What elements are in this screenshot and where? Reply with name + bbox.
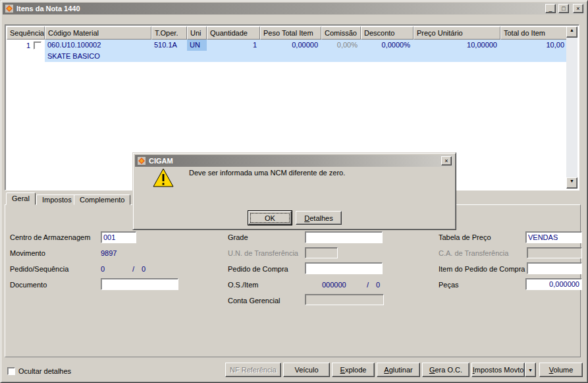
centro-armazenagem-input[interactable] [101, 231, 136, 243]
item-pedido-compra-input[interactable] [527, 262, 582, 274]
un-transferencia-field [305, 247, 338, 258]
cell-uni: UN [187, 40, 207, 51]
impostos-movto-button[interactable]: Impostos Movto [471, 363, 525, 377]
pecas-input[interactable] [525, 278, 582, 290]
pedido-sequencia-label: Pedido/Sequência [10, 265, 68, 273]
dialog-close-button[interactable]: × [441, 156, 452, 165]
os-seq-value: 0 [376, 281, 380, 289]
pedido-value: 0 [101, 265, 105, 273]
cell-comissao: 0,00% [321, 40, 361, 51]
conta-gerencial-label: Conta Gerencial [228, 297, 281, 305]
cell-total-do-item: 10,00 [500, 40, 566, 51]
scrollbar-down-icon[interactable]: ▼ [566, 177, 577, 189]
cigam-warning-dialog: CIGAM × Deve ser informada uma NCM difer… [132, 152, 456, 230]
movimento-value: 9897 [101, 249, 117, 257]
column-header-quantidade[interactable]: Quantidade [207, 26, 260, 40]
column-header-peso-total-item[interactable]: Peso Total Item [260, 26, 321, 40]
cell-desconto: 0,0000% [361, 40, 414, 51]
impostos-movto-dropdown-icon[interactable]: ▼ [525, 363, 536, 377]
cell-preco-unitario: 10,00000 [414, 40, 500, 51]
column-header-uni[interactable]: Uni [187, 26, 207, 40]
tab-complemento[interactable]: Complemento [74, 194, 130, 205]
documento-input[interactable] [101, 278, 178, 290]
row-select-checkbox[interactable] [34, 42, 41, 49]
explode-button[interactable]: Explode [332, 363, 375, 377]
minimize-button[interactable]: _ [545, 4, 556, 13]
un-transferencia-label: U.N. de Transferência [228, 249, 298, 257]
window-title: Itens da Nota 1440 [16, 5, 543, 13]
veiculo-button[interactable]: Veículo [283, 363, 330, 377]
cell-peso-total-item: 0,00000 [260, 40, 321, 51]
app-icon [5, 4, 14, 13]
grade-input[interactable] [305, 231, 383, 243]
window-titlebar[interactable]: Itens da Nota 1440 _ □ × [3, 3, 585, 15]
scrollbar-up-icon[interactable]: ▲ [566, 26, 577, 38]
pedido-compra-label: Pedido de Compra [228, 265, 288, 273]
column-header-comissao[interactable]: Comissão [321, 26, 361, 40]
volume-button[interactable]: Volume [539, 363, 583, 377]
centro-armazenagem-label: Centro de Armazenagem [10, 233, 90, 241]
ca-transferencia-field [527, 247, 582, 258]
ok-button[interactable]: OK [248, 211, 292, 225]
itens-da-nota-window: Itens da Nota 1440 _ □ × Sequência Códig… [0, 0, 588, 383]
maximize-button[interactable]: □ [558, 4, 569, 13]
column-header-codigo-material[interactable]: Código Material [45, 26, 151, 40]
cell-material-descricao: SKATE BASICO [45, 51, 151, 62]
tab-geral[interactable]: Geral [6, 192, 36, 205]
column-header-toper[interactable]: T.Oper. [151, 26, 187, 40]
os-value: 000000 [322, 281, 346, 289]
pedido-compra-input[interactable] [305, 262, 383, 274]
cell-sequencia: 1 [7, 40, 45, 51]
tab-impostos[interactable]: Impostos [36, 194, 78, 205]
grid-vertical-scrollbar[interactable]: ▲ ▼ [566, 26, 577, 189]
column-header-sequencia[interactable]: Sequência [7, 26, 45, 40]
row-sequence-number: 1 [26, 42, 30, 49]
grade-label: Grade [228, 233, 248, 241]
pecas-label: Peças [439, 281, 459, 289]
nf-referencia-button[interactable]: NF Referência [225, 363, 281, 377]
grid-header-row: Sequência Código Material T.Oper. Uni Qu… [7, 26, 568, 40]
tabela-preco-label: Tabela de Preço [439, 233, 491, 241]
ocultar-detalhes-checkbox[interactable] [7, 367, 15, 375]
ocultar-detalhes-label: Ocultar detalhes [18, 367, 71, 375]
pedido-separator: / [132, 265, 134, 273]
item-pedido-compra-label: Item do Pedido de Compra [439, 265, 525, 273]
column-header-total-do-item[interactable]: Total do Item [500, 26, 568, 40]
conta-gerencial-field [305, 294, 384, 305]
cell-codigo-material: 060.U10.100002 [45, 40, 151, 51]
detalhes-button[interactable]: Detalhes [296, 211, 342, 225]
dialog-app-icon [137, 156, 146, 165]
aglutinar-button[interactable]: Aglutinar [377, 363, 420, 377]
table-row[interactable]: 1 060.U10.100002 510.1A UN 1 0,00000 0,0… [7, 40, 566, 62]
movimento-label: Movimento [10, 249, 45, 257]
dialog-titlebar[interactable]: CIGAM × [135, 155, 454, 167]
column-header-preco-unitario[interactable]: Preço Unitário [414, 26, 500, 40]
documento-label: Documento [10, 281, 47, 289]
column-header-desconto[interactable]: Desconto [361, 26, 414, 40]
tabela-preco-input[interactable] [525, 231, 582, 243]
pedido-seq-value: 0 [142, 265, 146, 273]
ca-transferencia-label: C.A. de Transferência [439, 249, 508, 257]
os-separator: / [367, 281, 369, 289]
dialog-message: Deve ser informada uma NCM diferente de … [189, 169, 345, 177]
cell-toper: 510.1A [151, 40, 187, 51]
warning-icon [153, 168, 174, 189]
close-button[interactable]: × [573, 4, 583, 13]
gera-oc-button[interactable]: Gera O.C. [422, 363, 469, 377]
os-item-label: O.S./Item [228, 281, 258, 289]
dialog-title: CIGAM [149, 157, 439, 165]
cell-quantidade: 1 [207, 40, 260, 51]
